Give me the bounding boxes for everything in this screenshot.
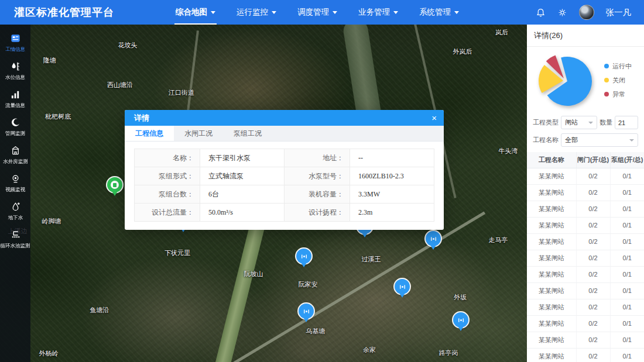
station-name-cell: 某某闸站 [527, 184, 576, 201]
map-place-label: 过溪王 [362, 255, 381, 264]
table-row[interactable]: 某某闸站0/20/1 [527, 332, 644, 348]
pump-count-cell: 0/1 [610, 217, 644, 233]
type-filter-label: 工程类型 [533, 118, 559, 127]
sluice-station-marker[interactable] [453, 312, 468, 327]
gate-count-cell: 0/2 [576, 332, 610, 348]
table-row[interactable]: 某某闸站0/20/1 [527, 168, 644, 184]
nav-item-label: 系统管理 [419, 7, 451, 18]
sidebar-item-label: 工情信息 [5, 46, 25, 53]
field-label: 设计扬程： [285, 204, 350, 222]
map-place-label: 外坂 [454, 293, 467, 302]
legend-item[interactable]: 运行中 [604, 62, 632, 71]
sidebar-item-well-house-monitor[interactable]: 水井房监测 [0, 144, 30, 166]
nav-item-system-manage[interactable]: 系统管理 [419, 0, 459, 25]
nav-item-map[interactable]: 综合地图 [176, 0, 215, 25]
chevron-down-icon [629, 139, 634, 142]
map-place-label: 牛头湾 [499, 147, 518, 156]
table-row[interactable]: 某某闸站0/20/1 [527, 315, 644, 332]
main-nav: 综合地图运行监控调度管理业务管理系统管理 [176, 0, 459, 25]
name-select[interactable]: 全部 [561, 133, 638, 147]
panel-title: 详情(26) [527, 25, 644, 47]
groundwater-icon [9, 201, 21, 212]
table-row[interactable]: 某某闸站0/20/1 [527, 217, 644, 233]
gate-count-cell: 0/2 [576, 315, 610, 332]
station-table-wrap[interactable]: 工程名称闸门(开/总)泵组(开/总) 某某闸站0/20/1某某闸站0/20/1某… [527, 152, 644, 362]
pump-count-cell: 0/1 [610, 250, 644, 266]
pump-count-cell: 0/1 [610, 184, 644, 201]
table-row[interactable]: 某某闸站0/20/1 [527, 233, 644, 250]
sidebar-item-engineering-info[interactable]: 工情信息 [0, 32, 30, 53]
sidebar-item-video-monitor[interactable]: 视频监视 [0, 173, 30, 194]
sidebar-item-groundwater[interactable]: 地下水 [0, 201, 30, 222]
bell-icon[interactable] [536, 8, 546, 18]
nav-item-operation-monitor[interactable]: 运行监控 [237, 0, 276, 25]
recycle-pool-icon [9, 229, 21, 240]
pie-legend: 运行中关闭异常 [604, 62, 632, 99]
app-title: 灌区标准化管理平台 [0, 5, 176, 19]
modal-info-row: 泵组形式：立式轴流泵水泵型号：1600ZLB10-2.3 [135, 167, 434, 185]
modal-header[interactable]: 详情 × [125, 110, 444, 126]
tab-project-info[interactable]: 工程信息 [125, 126, 174, 141]
sluice-station-marker[interactable] [395, 279, 410, 294]
chevron-down-icon [588, 122, 593, 124]
field-value: 6台 [200, 185, 285, 204]
pie-chart-svg[interactable] [532, 49, 603, 112]
gate-count-cell: 0/2 [576, 282, 610, 299]
pump-count-cell: 0/1 [610, 315, 644, 332]
monitor-station-marker[interactable] [107, 177, 122, 192]
gear-icon[interactable] [557, 8, 567, 18]
field-value: 东干渠引水泵 [200, 149, 285, 167]
count-input[interactable] [615, 116, 638, 129]
sidebar-item-recycle-pool-monitor[interactable]: 循环水池监测 [0, 229, 30, 250]
modal-tabs: 工程信息水闸工况泵组工况 [125, 126, 444, 142]
map-place-label: 江口街道 [169, 88, 194, 97]
column-header: 工程名称 [527, 152, 576, 168]
field-value: 立式轴流泵 [200, 167, 285, 185]
table-row[interactable]: 某某闸站0/20/1 [527, 299, 644, 315]
station-name-cell: 某某闸站 [527, 348, 576, 362]
left-sidebar: 工情信息水位信息流量信息管网监测水井房监测视频监视地下水循环水池监测 [0, 25, 30, 362]
field-value: 2.3m [350, 204, 434, 222]
sluice-station-marker[interactable] [296, 249, 311, 264]
sidebar-item-water-level-info[interactable]: 水位信息 [0, 60, 30, 81]
map-place-label: 走马亭 [489, 236, 508, 244]
nav-item-dispatch-manage[interactable]: 调度管理 [297, 0, 337, 25]
table-row[interactable]: 某某闸站0/20/1 [527, 201, 644, 217]
legend-item[interactable]: 关闭 [604, 76, 632, 85]
table-row[interactable]: 某某闸站0/20/1 [527, 348, 644, 362]
user-avatar[interactable] [579, 5, 594, 20]
table-row[interactable]: 某某闸站0/20/1 [527, 250, 644, 266]
sidebar-item-label: 地下水 [8, 214, 23, 221]
station-name-cell: 某某闸站 [527, 217, 576, 233]
nav-item-business-manage[interactable]: 业务管理 [358, 0, 398, 25]
chevron-down-icon [333, 11, 337, 14]
legend-item[interactable]: 异常 [604, 90, 632, 99]
table-row[interactable]: 某某闸站0/20/1 [527, 282, 644, 299]
tab-pump-status[interactable]: 泵组工况 [223, 126, 272, 141]
table-row[interactable]: 某某闸站0/20/1 [527, 266, 644, 282]
sluice-station-marker[interactable] [299, 304, 314, 319]
name-select-value: 全部 [565, 136, 578, 144]
type-select[interactable]: 闸站 [561, 116, 597, 129]
legend-label: 异常 [612, 90, 625, 99]
tab-sluice-status[interactable]: 水闸工况 [174, 126, 223, 141]
legend-dot-icon [604, 64, 609, 68]
map-place-label: 岚后 [495, 28, 508, 37]
field-label: 地址： [285, 149, 350, 167]
sidebar-item-flow-info[interactable]: 流量信息 [0, 88, 30, 109]
map-place-label: 乌基塘 [306, 327, 326, 336]
station-name-cell: 某某闸站 [527, 266, 576, 282]
sluice-station-marker[interactable] [426, 231, 441, 246]
field-label: 设计总流量： [135, 204, 200, 222]
sidebar-item-label: 流量信息 [5, 102, 25, 109]
close-icon[interactable]: × [431, 113, 437, 122]
map-place-label: 岭脚塘 [42, 217, 61, 226]
station-name-cell: 某某闸站 [527, 299, 576, 315]
sidebar-item-pipe-network-monitor[interactable]: 管网监测 [0, 116, 30, 137]
sidebar-item-label: 视频监视 [5, 186, 25, 193]
table-row[interactable]: 某某闸站0/20/1 [527, 184, 644, 201]
gate-count-cell: 0/2 [576, 217, 610, 233]
field-label: 名称： [135, 149, 200, 167]
username[interactable]: 张一凡 [606, 7, 632, 18]
flow-chart-icon [9, 88, 21, 100]
